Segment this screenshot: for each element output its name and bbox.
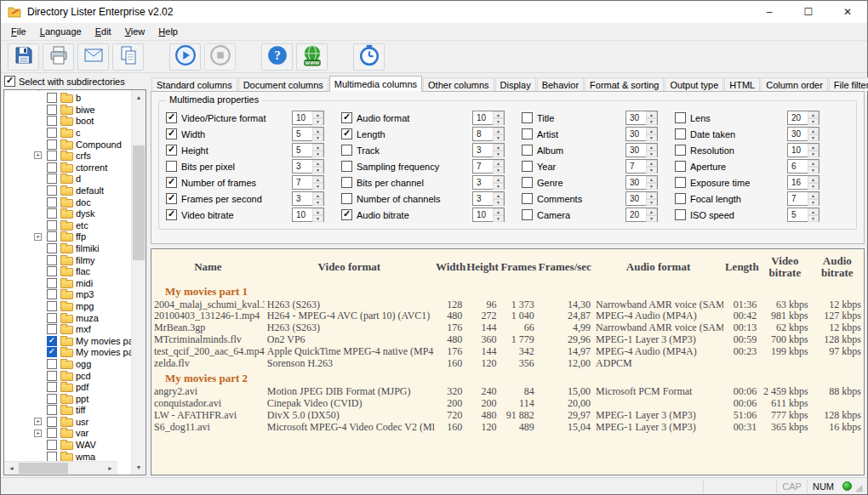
camera-checkbox[interactable] [522, 209, 533, 220]
tree-item-checkbox[interactable] [47, 301, 57, 311]
tree-item-compound[interactable]: Compound [4, 139, 131, 151]
spin-down-icon[interactable]: ▼ [312, 167, 323, 174]
exposure-time-checkbox[interactable] [675, 177, 686, 188]
spin-up-icon[interactable]: ▲ [808, 111, 819, 118]
spin-up-icon[interactable]: ▲ [646, 128, 657, 134]
artist-checkbox[interactable] [522, 128, 533, 139]
menu-language[interactable]: Language [33, 25, 89, 38]
focal-length-width-spinner[interactable]: 7▲▼ [787, 191, 819, 206]
tab-html[interactable]: HTML [724, 77, 760, 91]
spin-down-icon[interactable]: ▼ [646, 215, 657, 222]
tab-other-columns[interactable]: Other columns [423, 77, 494, 91]
spin-up-icon[interactable]: ▲ [808, 144, 819, 151]
number-of-channels-width-spinner[interactable]: 3▲▼ [472, 191, 505, 206]
bits-per-channel-checkbox[interactable] [341, 177, 352, 188]
tree-item-checkbox[interactable] [47, 336, 57, 346]
tree-item-var[interactable]: +var [4, 428, 131, 440]
spin-down-icon[interactable]: ▼ [808, 199, 819, 206]
spin-down-icon[interactable]: ▼ [493, 151, 504, 157]
tree-item-boot[interactable]: boot [4, 116, 131, 128]
email-button[interactable] [77, 43, 109, 71]
tree-item-checkbox[interactable] [47, 371, 57, 381]
copy-button[interactable] [112, 43, 144, 71]
aperture-checkbox[interactable] [675, 161, 686, 172]
video-bitrate-width-spinner[interactable]: 10▲▼ [292, 208, 324, 222]
tab-behavior[interactable]: Behavior [537, 77, 584, 91]
schedule-button[interactable] [353, 43, 385, 71]
audio-format-checkbox[interactable] [341, 112, 352, 123]
spin-down-icon[interactable]: ▼ [493, 134, 504, 141]
tree-item-checkbox[interactable] [47, 197, 57, 208]
spin-down-icon[interactable]: ▼ [646, 151, 657, 157]
spin-up-icon[interactable]: ▲ [808, 208, 819, 215]
tree-item-checkbox[interactable] [47, 105, 57, 115]
iso-speed-width-spinner[interactable]: 5▲▼ [787, 208, 819, 222]
year-width-spinner[interactable]: 7▲▼ [625, 159, 658, 174]
date-taken-checkbox[interactable] [675, 128, 686, 139]
spin-up-icon[interactable]: ▲ [808, 176, 819, 183]
tree-item-checkbox[interactable] [47, 440, 57, 450]
tab-document-columns[interactable]: Document columns [238, 77, 328, 91]
tree-item-checkbox[interactable] [47, 139, 57, 150]
v-scroll-thumb[interactable] [133, 145, 145, 260]
tree-item-wav[interactable]: WAV [4, 439, 131, 451]
sampling-frequency-width-spinner[interactable]: 7▲▼ [472, 159, 505, 174]
tree-item-checkbox[interactable] [47, 289, 57, 299]
date-taken-width-spinner[interactable]: 30▲▼ [787, 127, 819, 141]
video-picture-format-checkbox[interactable] [166, 112, 177, 123]
tree-item-checkbox[interactable] [47, 243, 57, 253]
h-scroll-track[interactable] [19, 462, 103, 475]
spin-up-icon[interactable]: ▲ [312, 128, 323, 134]
tree-item-checkbox[interactable] [47, 266, 57, 276]
tree-item-mpg[interactable]: mpg [4, 300, 131, 312]
www-button[interactable]: WWW [296, 43, 328, 71]
audio-bitrate-checkbox[interactable] [341, 209, 352, 220]
length-checkbox[interactable] [341, 128, 352, 139]
menu-edit[interactable]: Edit [89, 25, 118, 38]
tree-item-muza[interactable]: muza [4, 312, 131, 324]
bits-per-pixel-checkbox[interactable] [166, 161, 177, 172]
tree-item-ctorrent[interactable]: ctorrent [4, 162, 131, 174]
spin-up-icon[interactable]: ▲ [312, 111, 323, 118]
tree-item-my-movies-part-2[interactable]: My movies part 2 [4, 347, 131, 359]
width-checkbox[interactable] [166, 128, 177, 139]
tree-item-checkbox[interactable] [47, 208, 57, 219]
menu-file[interactable]: File [4, 25, 33, 38]
v-scroll-track[interactable] [132, 105, 146, 460]
bits-per-channel-width-spinner[interactable]: 3▲▼ [472, 175, 505, 190]
spin-up-icon[interactable]: ▲ [646, 192, 657, 199]
spin-down-icon[interactable]: ▼ [808, 167, 819, 174]
tab-format-sorting[interactable]: Format & sorting [585, 77, 664, 91]
spin-down-icon[interactable]: ▼ [312, 199, 323, 206]
scroll-up-arrow-icon[interactable]: ▲ [132, 90, 146, 105]
tree-item-default[interactable]: default [4, 185, 131, 196]
height-width-spinner[interactable]: 5▲▼ [292, 143, 324, 157]
spin-down-icon[interactable]: ▼ [312, 151, 323, 157]
scroll-down-arrow-icon[interactable]: ▼ [132, 460, 146, 475]
spin-down-icon[interactable]: ▼ [493, 183, 504, 190]
tree-item-checkbox[interactable] [47, 417, 57, 427]
title-width-spinner[interactable]: 30▲▼ [625, 111, 658, 125]
select-with-subdirectories-checkbox[interactable] [4, 76, 15, 87]
exposure-time-width-spinner[interactable]: 16▲▼ [787, 175, 819, 190]
tab-output-type[interactable]: Output type [665, 77, 723, 91]
lens-checkbox[interactable] [675, 112, 686, 123]
spin-down-icon[interactable]: ▼ [808, 215, 819, 222]
height-checkbox[interactable] [166, 145, 177, 156]
spin-down-icon[interactable]: ▼ [646, 199, 657, 206]
scroll-right-arrow-icon[interactable]: ► [103, 462, 117, 475]
genre-width-spinner[interactable]: 30▲▼ [625, 175, 658, 190]
title-checkbox[interactable] [522, 112, 533, 123]
tab-standard-columns[interactable]: Standard columns [151, 77, 237, 91]
expand-plus-icon[interactable]: + [34, 430, 42, 437]
spin-up-icon[interactable]: ▲ [312, 192, 323, 199]
tree-item-doc[interactable]: doc [4, 196, 131, 208]
tree-item-flac[interactable]: flac [4, 265, 131, 277]
tab-file-filters[interactable]: File filters [829, 77, 868, 91]
spin-down-icon[interactable]: ▼ [646, 183, 657, 190]
artist-width-spinner[interactable]: 30▲▼ [625, 127, 658, 141]
tree-item-checkbox[interactable] [47, 405, 57, 415]
tree-item-filmiki[interactable]: filmiki [4, 242, 131, 254]
spin-up-icon[interactable]: ▲ [493, 128, 504, 134]
spin-down-icon[interactable]: ▼ [493, 215, 504, 222]
